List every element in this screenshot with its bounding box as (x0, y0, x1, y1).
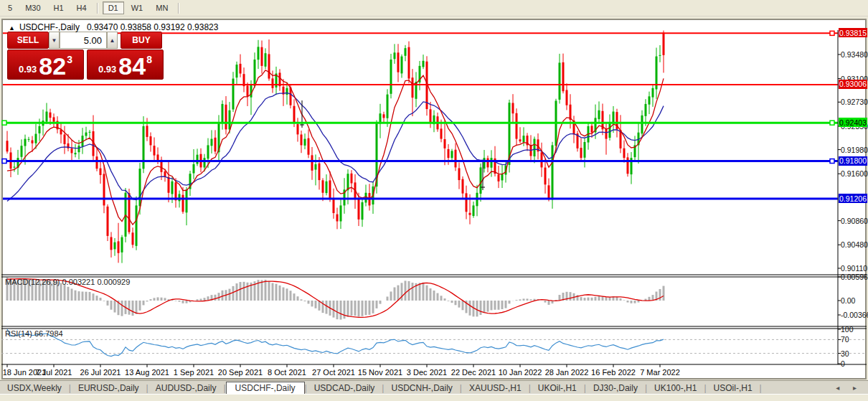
date-tick-label: 28 Jan 2022 (545, 368, 589, 377)
buy-price-sup: 8 (146, 54, 152, 65)
price-level-badge: 0.91206 (839, 194, 867, 203)
volume-increase-button[interactable]: ▲ (107, 32, 118, 49)
macd-tick-label: 0.00 (841, 296, 855, 305)
rsi-indicator-label: RSI(14) 66.7984 (5, 329, 63, 338)
buy-button[interactable]: BUY (121, 32, 162, 49)
chart-symbol-label: USDCHF-,Daily (19, 22, 80, 32)
date-tick-label: 13 Aug 2021 (125, 368, 169, 377)
date-tick-label: 8 Oct 2021 (268, 368, 306, 377)
collapse-triangle-icon[interactable]: ▲ (9, 24, 15, 32)
buy-price-prefix: 0.93 (98, 64, 116, 75)
price-tick-label: 0.93480 (841, 50, 868, 59)
sell-price-prefix: 0.93 (19, 64, 37, 75)
price-level-badge: 0.91800 (839, 156, 867, 166)
one-click-trade-panel: SELL ▼ 5.00 ▲ BUY 0.93 82 3 0.93 84 8 (7, 32, 164, 80)
date-tick-label: 27 Oct 2021 (312, 368, 355, 377)
price-tick-label: 0.91980 (841, 146, 868, 154)
metatrader-screen: 5M30H1H4D1W1MN ▲USDCHF-,Daily0.93470 0.9… (0, 0, 868, 401)
volume-decrease-button[interactable]: ▼ (49, 32, 60, 49)
macd-tick-label: -0.003664 (841, 311, 868, 319)
price-level-badge: 0.92403 (839, 118, 867, 127)
macd-indicator-label: MACD(12,26,9) 0.003221 0.000929 (5, 278, 130, 286)
date-tick-label: 26 Jul 2021 (80, 368, 121, 377)
date-tick-label: 22 Dec 2021 (451, 368, 496, 377)
date-tick-label: 7 Jul 2021 (36, 368, 72, 377)
price-tick-label: 0.90480 (841, 240, 868, 249)
sell-price-sup: 3 (67, 54, 72, 65)
buy-price-display[interactable]: 0.93 84 8 (87, 49, 164, 80)
rsi-tick-label: 30 (841, 349, 849, 358)
sell-price-display[interactable]: 0.93 82 3 (7, 49, 84, 80)
price-level-badge: 0.93815 (839, 28, 867, 37)
date-tick-label: 20 Sep 2021 (218, 368, 263, 377)
volume-input[interactable]: 5.00 (60, 32, 107, 49)
price-tick-label: 0.92730 (841, 98, 868, 106)
date-tick-label: 1 Sep 2021 (174, 368, 214, 377)
buy-price-big: 84 (118, 57, 146, 77)
date-tick-label: 16 Feb 2022 (591, 368, 636, 377)
chart-ohlc-quote: 0.93470 0.93858 0.93192 0.93823 (87, 22, 219, 32)
sell-price-big: 82 (39, 57, 66, 77)
date-tick-label: 15 Nov 2021 (358, 368, 402, 377)
date-tick-label: 3 Dec 2021 (407, 368, 447, 377)
rsi-tick-label: 70 (841, 335, 849, 344)
rsi-tick-label: 100 (841, 325, 854, 334)
macd-tick-label: 0.005963 (841, 273, 868, 281)
chart-title: ▲USDCHF-,Daily0.93470 0.93858 0.93192 0.… (9, 22, 218, 32)
date-tick-label: 7 Mar 2022 (640, 368, 680, 377)
price-level-badge: 0.93006 (839, 80, 867, 89)
price-tick-label: 0.90110 (841, 264, 867, 273)
rsi-tick-label: 0 (841, 359, 845, 368)
price-tick-label: 0.90860 (841, 217, 868, 225)
price-tick-label: 0.91600 (841, 169, 868, 178)
sell-button[interactable]: SELL (7, 32, 49, 49)
date-tick-label: 10 Jan 2022 (499, 368, 542, 377)
